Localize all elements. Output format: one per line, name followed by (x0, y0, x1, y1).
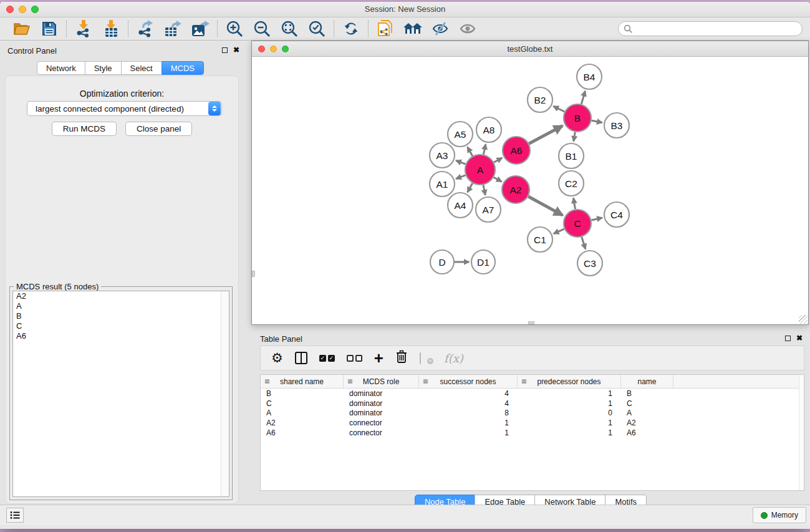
graph-edge[interactable] (456, 160, 465, 164)
table-cell[interactable]: A2 (621, 418, 673, 427)
float-table-panel-icon[interactable] (785, 336, 791, 341)
memory-button[interactable]: Memory (753, 507, 806, 523)
graph-edge[interactable] (582, 237, 586, 249)
column-header[interactable]: name (621, 375, 673, 388)
refresh-icon[interactable] (341, 19, 361, 38)
network-canvas[interactable]: AA1A2A3A4A5A6A7A8BB1B2B3B4CC1C2C3C4DD1 (252, 57, 808, 324)
tab-mcds[interactable]: MCDS (162, 61, 204, 75)
result-list-item[interactable]: B (13, 311, 229, 321)
table-cell[interactable]: 0 (518, 409, 621, 417)
result-list-item[interactable]: A (13, 301, 229, 311)
zoom-in-icon[interactable] (224, 19, 244, 38)
graph-edge[interactable] (554, 229, 564, 233)
zoom-selected-icon[interactable] (307, 19, 327, 38)
task-history-button[interactable] (6, 508, 24, 523)
table-cell[interactable]: B (621, 389, 673, 398)
table-row[interactable]: Cdominator41C (261, 399, 804, 409)
result-list-item[interactable]: C (13, 321, 229, 331)
delete-table-icon[interactable]: ✕ (420, 353, 432, 363)
table-cell[interactable]: 1 (518, 399, 621, 408)
table-cell[interactable]: C (261, 399, 344, 408)
table-cell[interactable]: connector (344, 418, 419, 427)
export-image-icon[interactable] (190, 19, 210, 38)
run-mcds-button[interactable]: Run MCDS (52, 122, 117, 136)
table-cell[interactable]: 4 (419, 389, 518, 398)
tab-network[interactable]: Network (37, 61, 85, 75)
graph-edge[interactable] (591, 218, 602, 220)
table-row[interactable]: A6connector11A6 (261, 428, 804, 438)
zoom-out-icon[interactable] (252, 19, 272, 38)
table-cell[interactable]: 1 (419, 428, 518, 437)
open-session-icon[interactable] (12, 19, 32, 38)
mcds-result-list[interactable]: A2ABCA6 (12, 291, 229, 497)
graph-edge[interactable] (553, 106, 564, 112)
column-header[interactable]: ▦successor nodes (419, 375, 518, 388)
tab-style[interactable]: Style (85, 61, 122, 75)
graph-edge[interactable] (574, 198, 576, 210)
delete-column-icon[interactable] (395, 350, 408, 366)
graph-edge[interactable] (468, 183, 473, 192)
show-columns-icon[interactable] (295, 352, 307, 364)
table-cell[interactable]: 1 (518, 428, 621, 437)
network-vscroll-thumb[interactable] (252, 271, 255, 277)
table-cell[interactable]: A6 (621, 428, 673, 437)
hide-detail-icon[interactable] (430, 19, 450, 38)
table-cell[interactable]: dominator (344, 409, 419, 417)
search-input[interactable] (618, 21, 803, 36)
home-network-icon[interactable] (403, 19, 423, 38)
column-header[interactable]: ▦MCDS role (344, 375, 419, 388)
close-table-panel-icon[interactable]: ✖ (796, 335, 803, 341)
table-row[interactable]: A2connector11A2 (261, 418, 804, 428)
column-header[interactable]: ▦predecessor nodes (518, 375, 621, 388)
table-cell[interactable]: 1 (518, 389, 621, 398)
graph-edge[interactable] (581, 91, 585, 104)
save-session-icon[interactable] (39, 19, 59, 38)
result-list-item[interactable]: A2 (13, 291, 229, 301)
table-cell[interactable]: dominator (344, 389, 419, 398)
table-cell[interactable]: 1 (419, 418, 518, 427)
table-cell[interactable]: 8 (419, 409, 518, 417)
node-table[interactable]: ▦shared name▦MCDS role▦successor nodes▦p… (260, 374, 804, 491)
table-cell[interactable]: A2 (261, 418, 344, 427)
import-network-icon[interactable] (74, 19, 94, 38)
graph-edge[interactable] (528, 196, 562, 215)
network-window-titlebar[interactable]: testGlobe.txt (252, 41, 808, 57)
graph-edge[interactable] (592, 120, 602, 122)
criterion-dropdown[interactable]: largest connected component (directed) (27, 101, 222, 116)
table-cell[interactable]: C (621, 399, 673, 408)
table-row[interactable]: Bdominator41B (261, 389, 804, 399)
graph-edge[interactable] (483, 185, 485, 195)
table-cell[interactable]: A6 (261, 428, 344, 437)
export-table-icon[interactable] (163, 19, 183, 38)
select-all-columns-icon[interactable]: ✓ ✓ (319, 355, 335, 362)
tab-select[interactable]: Select (121, 61, 162, 75)
import-table-icon[interactable] (101, 19, 121, 38)
result-scrollbar[interactable] (221, 291, 229, 496)
table-cell[interactable]: A (621, 409, 673, 417)
network-graph[interactable]: AA1A2A3A4A5A6A7A8BB1B2B3B4CC1C2C3C4DD1 (252, 57, 808, 324)
function-builder-icon[interactable]: f(x) (444, 352, 463, 365)
graph-edge[interactable] (494, 158, 502, 162)
float-panel-icon[interactable] (222, 47, 228, 53)
show-detail-icon[interactable] (458, 19, 478, 38)
graph-edge[interactable] (456, 175, 465, 179)
zoom-fit-icon[interactable] (279, 19, 299, 38)
export-network-icon[interactable] (135, 19, 155, 38)
graph-edge[interactable] (529, 126, 562, 144)
graph-edge[interactable] (483, 144, 486, 154)
column-header[interactable]: ▦shared name (261, 375, 344, 388)
result-list-item[interactable]: A6 (13, 331, 229, 341)
create-column-icon[interactable]: + (374, 352, 383, 364)
graph-edge[interactable] (494, 177, 502, 181)
dropdown-stepper-icon[interactable] (208, 102, 221, 115)
unselect-all-columns-icon[interactable] (347, 355, 362, 362)
table-cell[interactable]: connector (344, 428, 419, 437)
table-cell[interactable]: A (261, 409, 344, 417)
table-row[interactable]: Adominator80A (261, 409, 804, 418)
table-cell[interactable]: dominator (344, 399, 419, 408)
graph-edge[interactable] (468, 147, 473, 156)
resize-grip-icon[interactable] (799, 315, 808, 324)
table-cell[interactable]: B (261, 389, 344, 398)
table-scrollbar[interactable] (799, 375, 804, 490)
table-cell[interactable]: 4 (419, 399, 518, 408)
